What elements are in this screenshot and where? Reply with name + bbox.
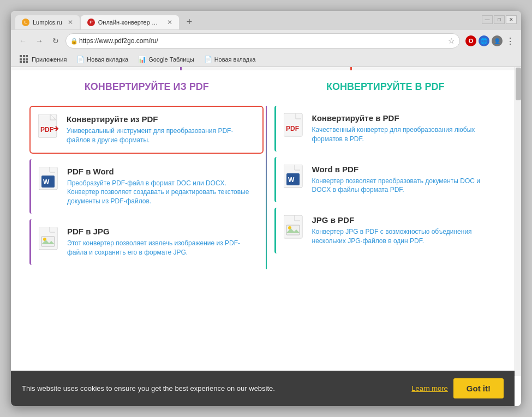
tab-favicon-pdf2go: P bbox=[87, 19, 95, 26]
opera-icon[interactable]: O bbox=[465, 35, 476, 46]
got-it-button[interactable]: Got it! bbox=[453, 378, 504, 398]
apps-grid-icon bbox=[20, 55, 28, 63]
card-pdf-to-jpg-title: PDF в JPG bbox=[67, 227, 257, 236]
main-content: КОНВЕРТИРУЙТЕ ИЗ PDF КОНВЕРТИРУЙТЕ В PDF bbox=[11, 70, 521, 406]
bookmark-google-sheets[interactable]: 📊 Google Таблицы bbox=[135, 55, 197, 64]
left-column: PDF Конвертируйте из PDF Универсальный и… bbox=[27, 106, 266, 269]
close-button[interactable]: ✕ bbox=[506, 15, 517, 24]
tab-favicon-lumpics: L bbox=[22, 19, 29, 26]
card-pdf-to-word-title: PDF в Word bbox=[67, 167, 257, 176]
refresh-button[interactable]: ↻ bbox=[49, 34, 62, 47]
cookie-banner: This website uses cookies to ensure you … bbox=[11, 371, 515, 406]
tab-lumpics[interactable]: L Lumpics.ru ✕ bbox=[15, 15, 80, 29]
back-button[interactable]: ← bbox=[16, 34, 29, 47]
card-pdf-to-word-body: PDF в Word Преобразуйте PDF-файл в форма… bbox=[67, 167, 257, 206]
card-convert-from-pdf-desc: Универсальный инструмент для преобразова… bbox=[67, 126, 256, 145]
new-tab-2-icon: 📄 bbox=[204, 56, 212, 63]
apps-label: Приложения bbox=[32, 56, 67, 63]
learn-more-link[interactable]: Learn more bbox=[411, 384, 447, 392]
tab-close-pdf2go[interactable]: ✕ bbox=[167, 19, 172, 26]
card-pdf-to-word-desc: Преобразуйте PDF-файл в формат DOC или D… bbox=[67, 179, 257, 206]
card-jpg-to-pdf[interactable]: JPG в PDF Конвертер JPG в PDF с возможно… bbox=[274, 208, 503, 253]
cookie-text: This website uses cookies to ensure you … bbox=[22, 384, 406, 392]
left-col-header: КОНВЕРТИРУЙТЕ ИЗ PDF bbox=[27, 81, 266, 93]
card-jpg-to-pdf-title: JPG в PDF bbox=[312, 215, 497, 225]
card-convert-to-pdf[interactable]: PDF Конвертируйте в PDF Качественный кон… bbox=[274, 106, 503, 152]
content-area: КОНВЕРТИРУЙТЕ ИЗ PDF КОНВЕРТИРУЙТЕ В PDF bbox=[11, 67, 521, 406]
menu-button[interactable]: ⋮ bbox=[505, 35, 516, 46]
svg-rect-6 bbox=[41, 237, 55, 246]
address-text: https://www.pdf2go.com/ru/ bbox=[79, 37, 158, 45]
card-jpg-to-pdf-desc: Конвертер JPG в PDF с возможностью объед… bbox=[312, 227, 497, 246]
image-icon-right bbox=[283, 215, 307, 239]
bookmarks-bar: Приложения 📄 Новая вкладка 📊 Google Табл… bbox=[11, 52, 521, 67]
google-sheets-icon: 📊 bbox=[138, 56, 146, 63]
scrollbar-thumb[interactable] bbox=[516, 68, 521, 100]
google-sheets-label: Google Таблицы bbox=[148, 56, 194, 63]
right-col-header: КОНВЕРТИРУЙТЕ В PDF bbox=[266, 81, 505, 93]
user-avatar[interactable]: 👤 bbox=[492, 35, 503, 46]
card-convert-from-pdf-body: Конвертируйте из PDF Универсальный инстр… bbox=[67, 114, 256, 145]
card-word-to-pdf-title: Word в PDF bbox=[312, 165, 497, 174]
forward-button[interactable]: → bbox=[33, 34, 46, 47]
tab-pdf2go[interactable]: P Онлайн-конвертер PDF-файло... ✕ bbox=[81, 15, 179, 29]
globe-icon[interactable]: 🌐 bbox=[479, 35, 489, 46]
tabs-row: L Lumpics.ru ✕ P Онлайн-конвертер PDF-фа… bbox=[11, 11, 521, 30]
scrollbar[interactable] bbox=[515, 67, 521, 376]
address-bar-row: ← → ↻ 🔒 https://www.pdf2go.com/ru/ ☆ O 🌐… bbox=[11, 30, 521, 52]
card-convert-from-pdf-title: Конвертируйте из PDF bbox=[67, 114, 256, 124]
card-convert-to-pdf-desc: Качественный конвертер для преобразовани… bbox=[312, 125, 497, 144]
image-icon-left bbox=[38, 227, 62, 251]
new-tab-1-icon: 📄 bbox=[76, 56, 85, 63]
tab-close-lumpics[interactable]: ✕ bbox=[68, 19, 73, 26]
toolbar-icons: O 🌐 👤 ⋮ bbox=[465, 35, 516, 46]
bookmark-new-tab-2[interactable]: 📄 Новая вкладка bbox=[201, 55, 259, 64]
card-pdf-to-jpg-desc: Этот конвертер позволяет извлечь изображ… bbox=[67, 239, 257, 257]
word-icon-right: W bbox=[283, 165, 307, 189]
lock-icon: 🔒 bbox=[70, 38, 78, 45]
svg-text:W: W bbox=[288, 176, 295, 184]
tab-title-pdf2go: Онлайн-конвертер PDF-файло... bbox=[98, 19, 162, 26]
maximize-button[interactable]: □ bbox=[494, 15, 505, 24]
card-convert-from-pdf[interactable]: PDF Конвертируйте из PDF Универсальный и… bbox=[29, 106, 264, 154]
new-tab-2-label: Новая вкладка bbox=[214, 56, 256, 63]
card-pdf-to-jpg[interactable]: PDF в JPG Этот конвертер позволяет извле… bbox=[29, 219, 264, 265]
content-columns: PDF Конвертируйте из PDF Универсальный и… bbox=[27, 106, 505, 269]
svg-text:PDF: PDF bbox=[40, 126, 53, 134]
card-pdf-to-jpg-body: PDF в JPG Этот конвертер позволяет извле… bbox=[67, 227, 257, 257]
card-convert-to-pdf-title: Конвертируйте в PDF bbox=[312, 113, 497, 123]
pdf-from-icon: PDF bbox=[37, 114, 61, 138]
word-icon: W bbox=[38, 167, 62, 191]
bookmarks-apps[interactable]: Приложения bbox=[16, 54, 70, 64]
card-word-to-pdf-desc: Конвертер позволяет преобразовать докуме… bbox=[312, 177, 497, 195]
card-pdf-to-word[interactable]: W PDF в Word Преобразуйте PDF-файл в фор… bbox=[29, 159, 264, 214]
card-convert-to-pdf-body: Конвертируйте в PDF Качественный конверт… bbox=[312, 113, 497, 144]
pdf-to-icon: PDF bbox=[283, 113, 307, 137]
card-jpg-to-pdf-body: JPG в PDF Конвертер JPG в PDF с возможно… bbox=[312, 215, 497, 246]
svg-rect-14 bbox=[286, 225, 300, 235]
address-input[interactable]: 🔒 https://www.pdf2go.com/ru/ ☆ bbox=[65, 33, 460, 49]
minimize-button[interactable]: — bbox=[482, 15, 493, 24]
new-tab-1-label: Новая вкладка bbox=[87, 56, 128, 63]
new-tab-button[interactable]: + bbox=[182, 14, 197, 30]
bookmark-new-tab-1[interactable]: 📄 Новая вкладка bbox=[73, 55, 131, 64]
svg-text:W: W bbox=[43, 178, 50, 186]
right-column: PDF Конвертируйте в PDF Качественный кон… bbox=[267, 106, 505, 269]
star-icon[interactable]: ☆ bbox=[448, 37, 455, 45]
tab-title-lumpics: Lumpics.ru bbox=[33, 19, 62, 26]
card-word-to-pdf[interactable]: W Word в PDF Конвертер позволяет преобра… bbox=[274, 157, 503, 203]
svg-text:PDF: PDF bbox=[286, 125, 299, 132]
card-word-to-pdf-body: Word в PDF Конвертер позволяет преобразо… bbox=[312, 165, 497, 195]
columns-grid: КОНВЕРТИРУЙТЕ ИЗ PDF КОНВЕРТИРУЙТЕ В PDF bbox=[27, 81, 505, 104]
